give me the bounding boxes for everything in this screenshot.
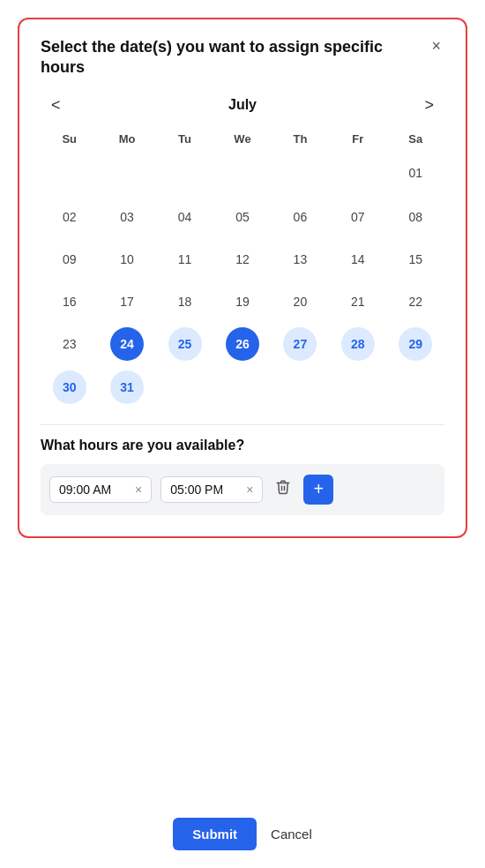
day-number-28[interactable]: 28: [341, 327, 375, 361]
day-number-23[interactable]: 23: [53, 327, 86, 361]
modal-header: Select the date(s) you want to assign sp…: [41, 37, 444, 79]
calendar-day-cell: 02: [41, 196, 98, 238]
day-empty: [110, 155, 144, 189]
day-number-03[interactable]: 03: [110, 200, 144, 234]
day-number-05[interactable]: 05: [226, 200, 259, 234]
weekday-header: SuMoTuWeThFrSa: [41, 127, 444, 151]
hours-section-label: What hours are you available?: [41, 438, 444, 453]
calendar-day-cell: 12: [213, 238, 271, 281]
weekday-fr: Fr: [329, 127, 386, 151]
delete-hours-button[interactable]: [272, 475, 295, 503]
day-empty: [341, 370, 375, 403]
clear-start-time-button[interactable]: ×: [135, 483, 142, 497]
calendar-day-cell: [329, 151, 386, 196]
calendar-day-cell: 11: [156, 238, 213, 281]
calendar-day-cell: 07: [329, 196, 386, 238]
calendar-day-cell: 19: [213, 281, 271, 323]
weekday-tu: Tu: [156, 127, 213, 151]
calendar-week-row: 16171819202122: [41, 281, 444, 323]
day-number-25[interactable]: 25: [168, 327, 202, 361]
day-empty: [168, 155, 202, 189]
calendar-day-cell: 10: [98, 238, 155, 281]
calendar-day-cell: 04: [156, 196, 213, 238]
calendar-day-cell: [213, 365, 271, 410]
calendar-day-cell: 23: [41, 323, 98, 365]
calendar-day-cell: [272, 151, 329, 196]
calendar-nav: < July >: [41, 93, 444, 118]
day-empty: [341, 155, 375, 189]
day-number-15[interactable]: 15: [399, 243, 432, 276]
day-number-11[interactable]: 11: [168, 243, 202, 276]
day-number-27[interactable]: 27: [283, 327, 317, 361]
modal-title: Select the date(s) you want to assign sp…: [41, 37, 411, 79]
weekday-sa: Sa: [387, 127, 444, 151]
add-hours-button[interactable]: +: [303, 475, 333, 505]
day-number-14[interactable]: 14: [341, 243, 375, 276]
day-number-12[interactable]: 12: [226, 243, 259, 276]
calendar-week-row: 3031: [41, 365, 444, 410]
day-number-30[interactable]: 30: [53, 370, 86, 404]
day-empty: [399, 370, 432, 403]
calendar-day-cell: 30: [41, 365, 98, 410]
calendar-day-cell: [41, 151, 98, 196]
day-number-29[interactable]: 29: [399, 327, 432, 361]
day-number-07[interactable]: 07: [341, 200, 375, 234]
calendar-day-cell: 15: [387, 238, 444, 281]
day-empty: [53, 155, 86, 189]
calendar-week-row: 01: [41, 151, 444, 196]
day-number-06[interactable]: 06: [283, 200, 317, 234]
calendar-day-cell: 24: [98, 323, 155, 365]
calendar-day-cell: 06: [272, 196, 329, 238]
calendar-day-cell: 17: [98, 281, 155, 323]
calendar-day-cell: [387, 365, 444, 410]
calendar-week-row: 23242526272829: [41, 323, 444, 365]
calendar-day-cell: [272, 365, 329, 410]
calendar-day-cell: 13: [272, 238, 329, 281]
calendar-day-cell: 08: [387, 196, 444, 238]
calendar-day-cell: [213, 151, 271, 196]
calendar-day-cell: [98, 151, 155, 196]
day-number-21[interactable]: 21: [341, 285, 375, 318]
page-footer: Submit Cancel: [173, 782, 312, 850]
calendar-week-row: 02030405060708: [41, 196, 444, 238]
day-number-17[interactable]: 17: [110, 285, 144, 318]
day-number-26[interactable]: 26: [226, 327, 259, 361]
calendar-day-cell: 20: [272, 281, 329, 323]
calendar-week-row: 09101112131415: [41, 238, 444, 281]
day-number-04[interactable]: 04: [168, 200, 202, 234]
day-number-08[interactable]: 08: [399, 200, 432, 234]
day-number-24[interactable]: 24: [110, 327, 144, 361]
day-number-02[interactable]: 02: [53, 200, 86, 234]
calendar-day-cell: [156, 151, 213, 196]
clear-end-time-button[interactable]: ×: [246, 483, 253, 497]
day-empty: [283, 155, 317, 189]
prev-month-button[interactable]: <: [44, 93, 68, 118]
hours-row: × × +: [41, 464, 444, 515]
day-number-19[interactable]: 19: [226, 285, 259, 318]
day-empty: [226, 155, 259, 189]
calendar-day-cell: 28: [329, 323, 386, 365]
calendar-day-cell: 25: [156, 323, 213, 365]
day-number-13[interactable]: 13: [283, 243, 317, 276]
day-number-18[interactable]: 18: [168, 285, 202, 318]
calendar-day-cell: 16: [41, 281, 98, 323]
end-time-input[interactable]: [170, 483, 241, 497]
next-month-button[interactable]: >: [417, 93, 441, 118]
day-number-22[interactable]: 22: [399, 285, 432, 318]
start-time-input[interactable]: [59, 483, 130, 497]
day-number-10[interactable]: 10: [110, 243, 144, 276]
day-number-20[interactable]: 20: [283, 285, 317, 318]
day-number-31[interactable]: 31: [110, 370, 144, 404]
day-number-01[interactable]: 01: [399, 156, 432, 190]
calendar-day-cell: 01: [387, 151, 444, 196]
calendar-day-cell: 31: [98, 365, 155, 410]
close-button[interactable]: ×: [428, 37, 444, 56]
weekday-mo: Mo: [98, 127, 155, 151]
cancel-button[interactable]: Cancel: [271, 827, 312, 842]
calendar-grid: SuMoTuWeThFrSa 0102030405060708091011121…: [41, 127, 444, 410]
day-number-16[interactable]: 16: [53, 285, 86, 318]
day-empty: [168, 370, 202, 403]
calendar-day-cell: 09: [41, 238, 98, 281]
day-number-09[interactable]: 09: [53, 243, 86, 276]
submit-button[interactable]: Submit: [173, 818, 257, 850]
